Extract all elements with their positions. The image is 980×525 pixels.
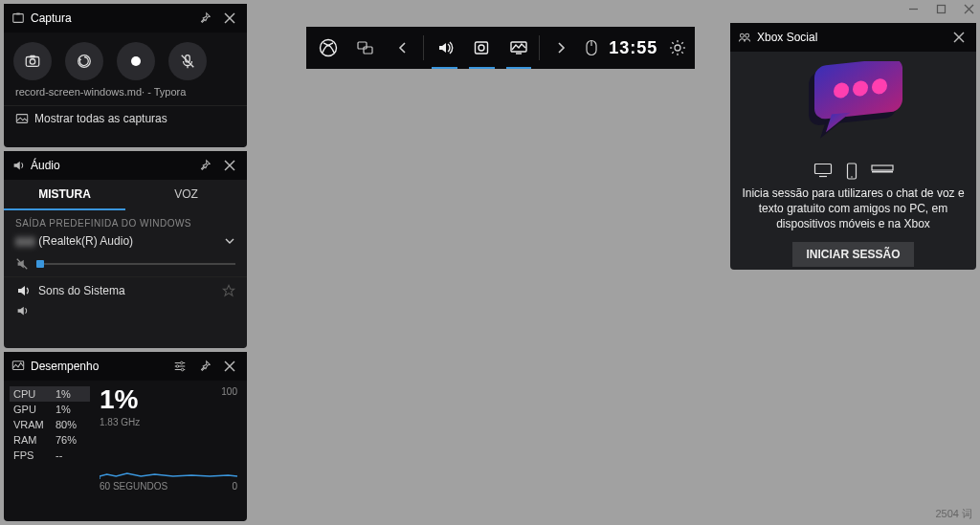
audio-panel: Áudio MISTURA VOZ SAÍDA PREDEFINIDA DO W… (4, 151, 247, 348)
stat-gpu[interactable]: GPU1% (13, 402, 86, 417)
mic-toggle-button[interactable] (168, 42, 207, 80)
show-all-captures-link[interactable]: Mostrar todas as capturas (4, 105, 247, 133)
svg-rect-5 (16, 13, 20, 15)
svg-rect-8 (26, 57, 39, 67)
xbox-button[interactable] (310, 27, 347, 69)
pin-icon[interactable] (195, 357, 214, 376)
editor-status-text: 2504 词 (935, 507, 972, 521)
svg-point-53 (740, 33, 744, 37)
chart-ymax: 100 (221, 386, 237, 397)
chevron-down-icon (224, 235, 235, 247)
social-icon (738, 31, 751, 44)
master-volume-slider[interactable] (36, 263, 235, 265)
device-hidden: ▮▮▮ (15, 234, 35, 248)
svg-rect-36 (364, 47, 372, 54)
svg-rect-69 (872, 171, 893, 173)
svg-marker-37 (439, 43, 446, 53)
svg-rect-64 (814, 164, 831, 174)
perf-stat-list: CPU1% GPU1% VRAM80% RAM76% FPS-- (13, 386, 86, 492)
nav-next-button[interactable] (542, 27, 579, 69)
screenshot-button[interactable] (13, 42, 52, 80)
show-all-captures-label: Mostrar todas as capturas (34, 112, 167, 125)
perf-main-sub: 1.83 GHz (100, 417, 237, 427)
mobile-icon (846, 163, 858, 180)
svg-marker-23 (223, 285, 234, 295)
stat-vram[interactable]: VRAM80% (13, 417, 86, 432)
output-device-selector[interactable]: ▮▮▮ (Realtek(R) Audio) (4, 230, 247, 252)
svg-point-9 (30, 59, 34, 64)
widget-icon (11, 11, 25, 25)
os-maximize-button[interactable] (936, 4, 947, 14)
svg-rect-4 (13, 14, 24, 23)
svg-point-29 (176, 365, 179, 368)
tab-mix[interactable]: MISTURA (4, 180, 125, 210)
svg-point-27 (180, 361, 183, 364)
svg-rect-1 (938, 6, 946, 13)
svg-marker-22 (18, 286, 25, 295)
svg-rect-38 (476, 42, 488, 54)
panel-title: Xbox Social (757, 31, 944, 44)
gallery-icon (15, 112, 29, 125)
performance-icon (11, 360, 25, 373)
widgets-button[interactable] (347, 27, 385, 69)
panel-title: Desempenho (31, 360, 165, 373)
sign-in-button[interactable]: INICIAR SESSÃO (792, 242, 913, 267)
favorite-toggle[interactable] (222, 284, 235, 297)
system-sounds-speaker-icon (15, 283, 31, 298)
tab-voice[interactable]: VOZ (125, 180, 247, 210)
performance-panel: Desempenho CPU1% GPU1% VRAM80% RAM76% FP… (4, 352, 247, 521)
capture-widget-button[interactable] (463, 27, 501, 69)
performance-widget-button[interactable] (501, 27, 538, 69)
close-icon[interactable] (220, 357, 239, 376)
stat-ram[interactable]: RAM76% (13, 432, 86, 448)
panel-title: Áudio (31, 159, 189, 172)
chart-x-left: 60 SEGUNDOS (100, 481, 167, 492)
chart-x-right: 0 (232, 481, 237, 492)
pin-icon[interactable] (195, 156, 214, 175)
record-button[interactable] (117, 42, 155, 80)
svg-point-34 (321, 40, 337, 56)
perf-main-value: 1% (100, 386, 237, 413)
device-name: (Realtek(R) Audio) (38, 234, 133, 248)
system-sounds-label: Sons do Sistema (38, 284, 125, 297)
pin-icon[interactable] (195, 9, 214, 28)
svg-line-52 (681, 42, 683, 44)
nav-prev-button[interactable] (385, 27, 422, 69)
channel-speaker-icon[interactable] (15, 304, 29, 317)
options-icon[interactable] (170, 357, 189, 376)
svg-line-51 (672, 52, 674, 54)
os-minimize-button[interactable] (908, 4, 919, 14)
pc-icon (813, 163, 833, 180)
xbox-social-panel: Xbox Social (730, 23, 976, 270)
perf-sparkline (100, 445, 237, 479)
stat-cpu[interactable]: CPU1% (10, 386, 90, 402)
os-close-button[interactable] (964, 4, 974, 14)
chat-illustration (740, 59, 967, 159)
audio-icon (11, 159, 25, 172)
default-output-label: SAÍDA PREDEFINIDA DO WINDOWS (4, 210, 247, 230)
audio-widget-button[interactable] (426, 27, 463, 69)
record-last-button[interactable] (65, 42, 103, 80)
svg-marker-24 (18, 307, 24, 316)
close-icon[interactable] (220, 9, 239, 28)
social-message: Inicia sessão para utilizares o chat de … (740, 186, 967, 232)
svg-rect-16 (16, 115, 27, 123)
close-icon[interactable] (220, 156, 239, 175)
svg-point-39 (479, 45, 484, 51)
svg-rect-68 (872, 165, 893, 170)
svg-marker-17 (14, 162, 20, 170)
panel-title: Captura (31, 11, 189, 25)
mouse-icon[interactable] (579, 27, 603, 69)
svg-rect-10 (30, 55, 34, 58)
svg-point-54 (746, 33, 749, 37)
close-icon[interactable] (949, 28, 969, 47)
svg-rect-35 (358, 42, 367, 49)
svg-line-50 (681, 52, 683, 54)
taskbar-clock: 13:55 (603, 38, 663, 58)
mute-icon[interactable] (15, 257, 29, 271)
gamebar-taskbar: 13:55 (306, 27, 695, 69)
capture-panel: Captura record-screen-windows.md· - Typo… (4, 4, 247, 147)
settings-button[interactable] (663, 27, 691, 69)
captured-window-title: record-screen-windows.md· - Typora (4, 84, 247, 105)
stat-fps[interactable]: FPS-- (13, 448, 86, 463)
